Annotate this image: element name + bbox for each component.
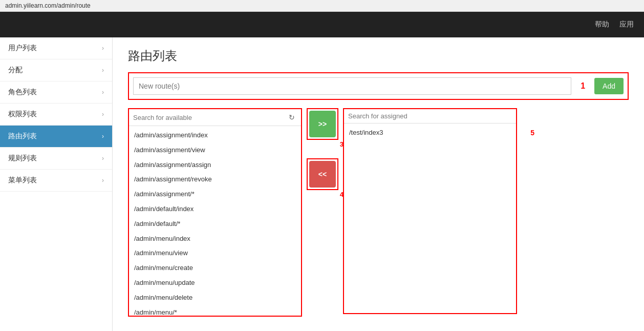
new-route-input[interactable] [133, 77, 571, 95]
available-route-item[interactable]: /admin/default/index [129, 202, 301, 217]
transfer-left-wrapper: << 4 [307, 158, 338, 190]
transfer-right-button[interactable]: >> [309, 111, 336, 137]
available-route-item[interactable]: /admin/menu/create [129, 261, 301, 276]
chevron-right-icon: › [102, 133, 104, 140]
sidebar-item-user-list[interactable]: 用户列表 › [0, 37, 112, 59]
transfer-left-icon: << [318, 170, 327, 178]
sidebar-item-route-list[interactable]: 路由列表 › [0, 126, 112, 148]
assigned-route-list[interactable]: /test/index3 [344, 123, 516, 313]
chevron-right-icon: › [102, 89, 104, 96]
sidebar-item-assign[interactable]: 分配 › [0, 59, 112, 81]
available-route-item[interactable]: /admin/assignment/view [129, 143, 301, 158]
available-route-item[interactable]: /admin/assignment/index [129, 128, 301, 143]
main-content: 路由列表 1 Add ↻ /admin/assignment/i [113, 37, 644, 331]
sidebar-label-route-list: 路由列表 [8, 132, 37, 141]
layout: 用户列表 › 分配 › 角色列表 › 权限列表 › 路由列表 › 规则列表 › … [0, 37, 644, 331]
chevron-right-icon: › [102, 111, 104, 118]
available-route-item[interactable]: /admin/menu/delete [129, 291, 301, 305]
label-5: 5 [530, 129, 534, 137]
available-route-item[interactable]: /admin/assignment/revoke [129, 172, 301, 187]
assigned-list-container: /test/index3 [344, 123, 516, 313]
search-available-input[interactable] [133, 114, 284, 121]
sidebar-label-menu-list: 菜单列表 [8, 176, 37, 185]
search-assigned-input[interactable] [348, 112, 512, 120]
sidebar-item-role-list[interactable]: 角色列表 › [0, 81, 112, 104]
transfer-right-wrapper: >> 3 [307, 108, 338, 140]
new-route-box: 1 Add [128, 72, 629, 100]
available-route-item[interactable]: /admin/menu/view [129, 246, 301, 261]
assigned-search-bar [344, 109, 516, 123]
sidebar-label-user-list: 用户列表 [8, 44, 37, 53]
transfer-right-icon: >> [318, 120, 327, 128]
add-button[interactable]: Add [594, 78, 624, 94]
middle-buttons: >> 3 << 4 [302, 108, 343, 190]
available-route-list[interactable]: /admin/assignment/index/admin/assignment… [129, 126, 301, 316]
assigned-route-item[interactable]: /test/index3 [344, 126, 516, 140]
url-text: admin.yiilearn.com/admin/route [5, 2, 91, 9]
sidebar: 用户列表 › 分配 › 角色列表 › 权限列表 › 路由列表 › 规则列表 › … [0, 37, 113, 331]
available-route-item[interactable]: /admin/assignment/assign [129, 158, 301, 173]
sidebar-label-assign: 分配 [8, 66, 23, 75]
refresh-button[interactable]: ↻ [287, 112, 297, 122]
topbar-links: 帮助 应用 [595, 20, 634, 29]
page-title: 路由列表 [128, 48, 629, 64]
sidebar-item-menu-list[interactable]: 菜单列表 › [0, 170, 112, 192]
address-bar: admin.yiilearn.com/admin/route [0, 0, 644, 12]
available-route-item[interactable]: /admin/menu/update [129, 276, 301, 291]
sidebar-item-permission-list[interactable]: 权限列表 › [0, 104, 112, 126]
available-route-item[interactable]: /admin/menu/index [129, 232, 301, 246]
sidebar-item-rule-list[interactable]: 规则列表 › [0, 148, 112, 170]
chevron-right-icon: › [102, 45, 104, 52]
sidebar-label-rule-list: 规则列表 [8, 154, 37, 163]
chevron-right-icon: › [102, 177, 104, 184]
available-search-bar: ↻ [129, 109, 301, 126]
label-1: 1 [575, 81, 590, 91]
available-route-item[interactable]: /admin/default/* [129, 217, 301, 232]
assigned-wrapper: /test/index3 5 [343, 108, 517, 314]
transfer-left-button[interactable]: << [309, 161, 336, 188]
available-route-item[interactable]: /admin/menu/* [129, 305, 301, 316]
transfer-right-border: >> [307, 108, 338, 140]
route-lists: ↻ /admin/assignment/index/admin/assignme… [128, 108, 629, 317]
assigned-box: /test/index3 [343, 108, 517, 314]
help-link[interactable]: 帮助 [595, 20, 609, 29]
transfer-left-border: << [307, 158, 338, 190]
available-list-container: /admin/assignment/index/admin/assignment… [129, 126, 301, 316]
available-box: ↻ /admin/assignment/index/admin/assignme… [128, 108, 302, 317]
available-route-item[interactable]: /admin/assignment/* [129, 187, 301, 202]
sidebar-label-role-list: 角色列表 [8, 88, 37, 97]
chevron-right-icon: › [102, 67, 104, 74]
available-wrapper: ↻ /admin/assignment/index/admin/assignme… [128, 108, 302, 317]
chevron-right-icon: › [102, 155, 104, 162]
topbar: 帮助 应用 [0, 12, 644, 37]
sidebar-label-permission-list: 权限列表 [8, 110, 37, 119]
app-link[interactable]: 应用 [619, 20, 634, 29]
